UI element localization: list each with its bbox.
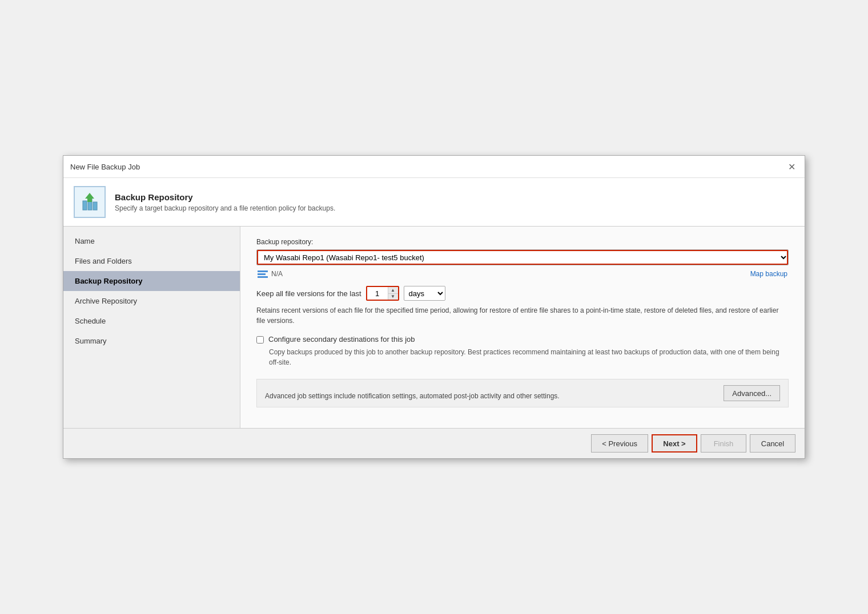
finish-button: Finish xyxy=(701,434,746,453)
secondary-description: Copy backups produced by this job to ano… xyxy=(269,347,789,367)
header-text: Backup Repository Specify a target backu… xyxy=(115,192,335,212)
sidebar-item-files-folders[interactable]: Files and Folders xyxy=(63,251,240,271)
header-subtitle: Specify a target backup repository and a… xyxy=(115,204,335,212)
backup-repo-dropdown[interactable]: My Wasabi Repo1 (Wasabi Repo1- test5 buc… xyxy=(256,249,789,265)
advanced-button[interactable]: Advanced... xyxy=(724,385,780,401)
header-title: Backup Repository xyxy=(115,192,335,202)
keep-days-input[interactable]: 1 xyxy=(367,287,388,300)
advanced-text: Advanced job settings include notificati… xyxy=(265,391,560,401)
dialog: New File Backup Job ✕ Backup Repository … xyxy=(63,155,805,459)
cancel-button[interactable]: Cancel xyxy=(750,434,795,453)
sidebar-item-name[interactable]: Name xyxy=(63,231,240,251)
naa-text: N/A xyxy=(271,270,283,278)
keep-days-spinbox[interactable]: 1 ▲ ▼ xyxy=(366,286,399,301)
sidebar-item-summary[interactable]: Summary xyxy=(63,331,240,351)
sidebar-item-backup-repository[interactable]: Backup Repository xyxy=(63,271,240,291)
sidebar: Name Files and Folders Backup Repository… xyxy=(63,227,240,428)
naa-left: N/A xyxy=(258,270,283,278)
close-button[interactable]: ✕ xyxy=(785,160,798,173)
svg-rect-2 xyxy=(93,202,97,210)
header-icon xyxy=(74,186,106,218)
dialog-title: New File Backup Job xyxy=(70,163,140,171)
spinbox-arrows: ▲ ▼ xyxy=(388,287,398,300)
backup-icon xyxy=(78,191,101,213)
title-bar: New File Backup Job ✕ xyxy=(63,156,805,178)
backup-repo-row: My Wasabi Repo1 (Wasabi Repo1- test5 buc… xyxy=(256,249,789,265)
sidebar-item-archive-repository[interactable]: Archive Repository xyxy=(63,291,240,311)
spin-down-button[interactable]: ▼ xyxy=(388,294,398,300)
footer: < Previous Next > Finish Cancel xyxy=(63,428,805,458)
previous-button[interactable]: < Previous xyxy=(591,434,648,453)
body: Name Files and Folders Backup Repository… xyxy=(63,227,805,428)
stack-icon xyxy=(258,270,268,278)
days-select[interactable]: days weeks months xyxy=(404,286,445,301)
svg-rect-0 xyxy=(83,201,87,210)
backup-repo-label: Backup repository: xyxy=(256,238,789,246)
retention-description: Retains recent versions of each file for… xyxy=(256,305,789,326)
naa-row: N/A Map backup xyxy=(256,270,789,278)
keep-versions-row: Keep all file versions for the last 1 ▲ … xyxy=(256,286,789,301)
keep-versions-label: Keep all file versions for the last xyxy=(256,289,361,298)
configure-secondary-row: Configure secondary destinations for thi… xyxy=(256,335,789,344)
header: Backup Repository Specify a target backu… xyxy=(63,178,805,227)
next-button[interactable]: Next > xyxy=(652,434,697,453)
spin-up-button[interactable]: ▲ xyxy=(388,287,398,294)
advanced-row: Advanced job settings include notificati… xyxy=(256,379,789,407)
content-panel: Backup repository: My Wasabi Repo1 (Wasa… xyxy=(240,227,805,428)
map-backup-link[interactable]: Map backup xyxy=(750,270,787,278)
configure-secondary-checkbox[interactable] xyxy=(256,336,264,344)
sidebar-item-schedule[interactable]: Schedule xyxy=(63,311,240,331)
configure-secondary-label: Configure secondary destinations for thi… xyxy=(268,335,415,344)
